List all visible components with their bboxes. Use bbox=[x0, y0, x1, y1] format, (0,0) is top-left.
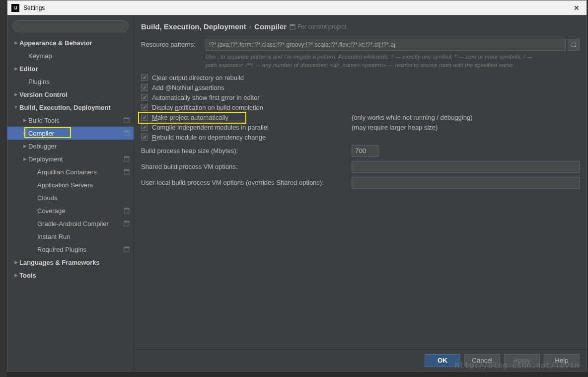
sidebar-item-gradle-android-compiler[interactable]: Gradle-Android Compiler bbox=[7, 217, 134, 230]
project-scope-icon bbox=[124, 169, 130, 175]
checkbox[interactable] bbox=[141, 104, 148, 111]
user-vm-options-input[interactable] bbox=[352, 177, 580, 189]
tree-arrow-icon: ▶ bbox=[21, 131, 28, 136]
tree-arrow-icon: ▼ bbox=[12, 105, 19, 110]
svg-rect-5 bbox=[124, 156, 129, 158]
svg-rect-1 bbox=[124, 118, 129, 119]
tree-arrow-icon: ▶ bbox=[12, 260, 19, 265]
sidebar-item-keymap[interactable]: Keymap bbox=[7, 49, 134, 62]
checkbox-label[interactable]: Add @NotNull assertions bbox=[152, 84, 224, 91]
checkbox[interactable] bbox=[141, 84, 148, 91]
sidebar-item-deployment[interactable]: ▶Deployment bbox=[7, 152, 134, 165]
expand-field-button[interactable] bbox=[568, 39, 580, 51]
checkbox-label[interactable]: Clear output directory on rebuild bbox=[152, 74, 244, 81]
project-scope-icon bbox=[124, 208, 130, 214]
titlebar: IJ Settings ✕ bbox=[7, 0, 587, 15]
sidebar-item-label: Appearance & Behavior bbox=[19, 39, 130, 47]
checkbox[interactable] bbox=[141, 124, 148, 131]
sidebar-item-label: Languages & Frameworks bbox=[19, 259, 130, 266]
sidebar-item-instant-run[interactable]: Instant Run bbox=[7, 230, 134, 243]
sidebar-item-compiler[interactable]: ▶Compiler bbox=[7, 127, 134, 140]
checkbox-label[interactable]: Display notification on build completion bbox=[152, 104, 263, 111]
search-input[interactable] bbox=[12, 20, 129, 32]
sidebar-item-arquillian-containers[interactable]: Arquillian Containers bbox=[7, 165, 134, 178]
checkbox-label[interactable]: Rebuild module on dependency change bbox=[152, 134, 266, 141]
tree-arrow-icon: ▶ bbox=[12, 92, 19, 97]
project-scope-icon bbox=[124, 221, 130, 226]
shared-vm-options-input[interactable] bbox=[352, 161, 580, 173]
tree-arrow-icon: ▶ bbox=[21, 118, 28, 123]
settings-content: Build, Execution, Deployment › Compiler … bbox=[134, 15, 587, 371]
project-scope-icon bbox=[124, 246, 130, 252]
sidebar-item-label: Required Plugins bbox=[37, 246, 122, 253]
tree-arrow-icon: ▶ bbox=[12, 66, 19, 71]
expand-icon bbox=[571, 42, 577, 48]
checkbox[interactable] bbox=[141, 74, 148, 81]
checkbox-row: Automatically show first error in editor bbox=[141, 94, 580, 101]
sidebar-item-coverage[interactable]: Coverage bbox=[7, 204, 134, 217]
tree-arrow-icon: ▶ bbox=[21, 156, 28, 161]
checkbox-label[interactable]: Make project automatically bbox=[152, 114, 228, 121]
ok-button[interactable]: OK bbox=[425, 354, 460, 367]
close-icon[interactable]: ✕ bbox=[571, 2, 583, 14]
sidebar-item-label: Deployment bbox=[28, 155, 122, 163]
sidebar-item-version-control[interactable]: ▶Version Control bbox=[7, 88, 134, 101]
checkbox-row: Clear output directory on rebuild bbox=[141, 74, 580, 81]
sidebar-item-build-tools[interactable]: ▶Build Tools bbox=[7, 114, 134, 127]
sidebar-item-label: Keymap bbox=[28, 52, 130, 60]
sidebar-item-tools[interactable]: ▶Tools bbox=[7, 269, 134, 282]
help-button[interactable]: Help bbox=[544, 354, 580, 367]
checkbox-row: Make project automatically(only works wh… bbox=[141, 114, 580, 121]
sidebar-item-label: Coverage bbox=[37, 207, 122, 215]
sidebar-item-label: Debugger bbox=[28, 143, 130, 150]
checkbox[interactable] bbox=[141, 114, 148, 121]
svg-rect-11 bbox=[124, 221, 129, 223]
app-icon: IJ bbox=[11, 4, 19, 12]
cancel-button[interactable]: Cancel bbox=[464, 354, 500, 367]
checkbox-label[interactable]: Automatically show first error in editor bbox=[152, 94, 260, 101]
tree-arrow-icon: ▶ bbox=[12, 273, 19, 278]
tree-arrow-icon: ▶ bbox=[21, 144, 28, 149]
shared-vm-options-label: Shared build process VM options: bbox=[141, 163, 352, 170]
sidebar-item-build-execution-deployment[interactable]: ▼Build, Execution, Deployment bbox=[7, 101, 134, 114]
user-vm-options-label: User-local build process VM options (ove… bbox=[141, 179, 352, 186]
sidebar-item-label: Plugins bbox=[28, 78, 130, 85]
checkbox-row: Compile independent modules in parallel(… bbox=[141, 124, 580, 131]
sidebar-item-label: Version Control bbox=[19, 91, 130, 98]
checkbox-label[interactable]: Compile independent modules in parallel bbox=[152, 124, 269, 131]
checkbox[interactable] bbox=[141, 94, 148, 101]
settings-tree[interactable]: ▶Appearance & BehaviorKeymap▶EditorPlugi… bbox=[7, 36, 134, 371]
sidebar-item-label: Build Tools bbox=[28, 117, 122, 124]
sidebar-item-label: Instant Run bbox=[37, 233, 130, 240]
sidebar-item-label: Application Servers bbox=[37, 181, 130, 189]
checkbox-note: (only works while not running / debuggin… bbox=[352, 114, 473, 121]
sidebar-item-label: Build, Execution, Deployment bbox=[19, 104, 130, 111]
sidebar-item-languages-frameworks[interactable]: ▶Languages & Frameworks bbox=[7, 256, 134, 269]
sidebar-item-application-servers[interactable]: Application Servers bbox=[7, 178, 134, 191]
settings-window: IJ Settings ✕ ▶Appearance & BehaviorKeym… bbox=[7, 0, 587, 372]
sidebar-item-clouds[interactable]: Clouds bbox=[7, 191, 134, 204]
sidebar-item-label: Compiler bbox=[28, 130, 122, 137]
resource-patterns-label: Resource patterns: bbox=[141, 39, 206, 48]
chevron-right-icon: › bbox=[249, 23, 251, 30]
heap-size-label: Build process heap size (Mbytes): bbox=[141, 147, 352, 154]
breadcrumb-scope-note: For current project bbox=[290, 23, 346, 30]
apply-button[interactable]: Apply bbox=[504, 354, 540, 367]
sidebar-item-debugger[interactable]: ▶Debugger bbox=[7, 140, 134, 152]
sidebar-item-label: Gradle-Android Compiler bbox=[37, 220, 122, 227]
checkbox[interactable] bbox=[141, 134, 148, 141]
project-scope-icon bbox=[124, 130, 130, 136]
sidebar-item-editor[interactable]: ▶Editor bbox=[7, 62, 134, 75]
sidebar-item-appearance-behavior[interactable]: ▶Appearance & Behavior bbox=[7, 36, 134, 49]
project-icon bbox=[290, 24, 295, 30]
sidebar-item-plugins[interactable]: Plugins bbox=[7, 75, 134, 88]
resource-patterns-input[interactable] bbox=[206, 39, 566, 51]
heap-size-input[interactable] bbox=[352, 145, 378, 157]
breadcrumb-item: Compiler bbox=[254, 22, 287, 31]
window-title: Settings bbox=[23, 4, 571, 11]
svg-rect-15 bbox=[290, 24, 295, 26]
sidebar-item-label: Tools bbox=[19, 272, 130, 279]
tree-arrow-icon: ▶ bbox=[12, 40, 19, 45]
sidebar-item-required-plugins[interactable]: Required Plugins bbox=[7, 243, 134, 256]
breadcrumb-item[interactable]: Build, Execution, Deployment bbox=[141, 22, 246, 31]
